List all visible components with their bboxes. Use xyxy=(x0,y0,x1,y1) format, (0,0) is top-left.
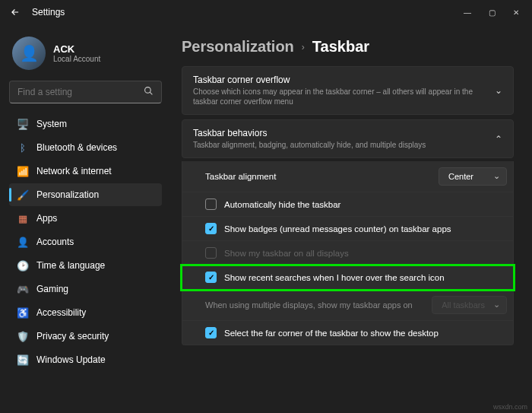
checkbox-far-corner[interactable]: ✓ xyxy=(205,327,217,338)
wifi-icon: 📶 xyxy=(17,165,29,177)
sidebar-item-accessibility[interactable]: ♿Accessibility xyxy=(9,301,162,324)
sidebar-item-personalization[interactable]: 🖌️Personalization xyxy=(9,183,162,206)
watermark: wsxdn.com xyxy=(493,403,527,411)
sidebar-item-apps[interactable]: ▦Apps xyxy=(9,207,162,230)
chevron-right-icon: › xyxy=(302,42,305,52)
search-box[interactable] xyxy=(9,81,162,103)
profile-subtitle: Local Account xyxy=(53,55,100,63)
sidebar-item-gaming[interactable]: 🎮Gaming xyxy=(9,278,162,300)
chevron-up-icon: ⌃ xyxy=(495,134,502,145)
row-far-corner[interactable]: ✓ Select the far corner of the taskbar t… xyxy=(182,321,514,345)
row-label: Taskbar alignment xyxy=(205,172,276,181)
row-multi-displays: When using multiple displays, show my ta… xyxy=(182,290,514,321)
profile-name: ACK xyxy=(53,43,100,55)
checkbox-recent-searches[interactable]: ✓ xyxy=(205,272,217,283)
person-icon: 👤 xyxy=(17,236,29,248)
search-input[interactable] xyxy=(17,87,144,97)
sidebar-item-privacy[interactable]: 🛡️Privacy & security xyxy=(9,325,162,348)
svg-point-0 xyxy=(145,87,151,94)
multi-dropdown: All taskbars xyxy=(432,296,507,314)
profile-block[interactable]: 👤 ACK Local Account xyxy=(12,37,159,70)
row-autohide[interactable]: Automatically hide the taskbar xyxy=(182,192,514,217)
clock-icon: 🕑 xyxy=(17,259,29,272)
page-title: Taskbar xyxy=(312,38,369,56)
accessibility-icon: ♿ xyxy=(17,307,29,319)
search-icon xyxy=(144,86,154,98)
sidebar-item-accounts[interactable]: 👤Accounts xyxy=(9,230,162,253)
paintbrush-icon: 🖌️ xyxy=(17,189,29,201)
minimize-button[interactable]: — xyxy=(456,5,479,20)
sidebar-item-bluetooth[interactable]: ᛒBluetooth & devices xyxy=(9,136,162,159)
shield-icon: 🛡️ xyxy=(17,330,29,342)
alignment-dropdown[interactable]: Center xyxy=(439,167,507,186)
grid-icon: ▦ xyxy=(17,212,29,224)
chevron-down-icon: ⌄ xyxy=(495,85,502,96)
checkbox-badges[interactable]: ✓ xyxy=(205,223,217,234)
sync-icon: 🔄 xyxy=(17,354,29,366)
breadcrumb-parent[interactable]: Personalization xyxy=(182,38,294,56)
row-show-all-displays: Show my taskbar on all displays xyxy=(182,241,514,265)
breadcrumb: Personalization › Taskbar xyxy=(182,38,514,56)
gamepad-icon: 🎮 xyxy=(17,283,29,295)
window-title: Settings xyxy=(32,7,65,17)
checkbox-autohide[interactable] xyxy=(205,199,217,210)
bluetooth-icon: ᛒ xyxy=(17,141,29,154)
card-taskbar-behaviors[interactable]: Taskbar behaviors Taskbar alignment, bad… xyxy=(182,119,514,158)
row-show-badges[interactable]: ✓ Show badges (unread messages counter) … xyxy=(182,217,514,241)
avatar: 👤 xyxy=(12,37,46,70)
sidebar-item-time[interactable]: 🕑Time & language xyxy=(9,254,162,277)
display-icon: 🖥️ xyxy=(17,118,29,130)
sidebar-item-system[interactable]: 🖥️System xyxy=(9,113,162,135)
sidebar-item-network[interactable]: 📶Network & internet xyxy=(9,160,162,183)
back-button[interactable] xyxy=(6,3,24,21)
checkbox-showall xyxy=(205,247,217,259)
sidebar-item-update[interactable]: 🔄Windows Update xyxy=(9,348,162,371)
row-taskbar-alignment: Taskbar alignment Center xyxy=(182,161,514,192)
close-button[interactable]: ✕ xyxy=(505,5,527,20)
row-recent-searches[interactable]: ✓ Show recent searches when I hover over… xyxy=(182,265,514,290)
card-corner-overflow[interactable]: Taskbar corner overflow Choose which ico… xyxy=(182,66,514,115)
maximize-button[interactable]: ▢ xyxy=(480,5,503,20)
